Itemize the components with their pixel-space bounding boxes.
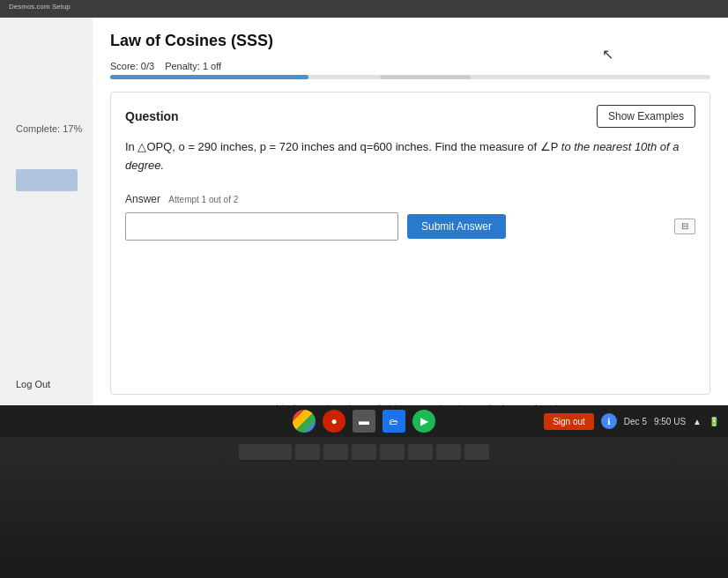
score-bar-container: Score: 0/3 Penalty: 1 off [110,61,710,79]
progress-bar-fill [110,75,308,79]
page-content: Complete: 17% Log Out Law of Cosines (SS… [0,18,728,421]
taskbar-app-icon-4[interactable]: ▶ [412,410,435,433]
sidebar: Complete: 17% Log Out [0,18,93,421]
keyboard-area [0,437,728,578]
show-examples-button[interactable]: Show Examples [597,105,695,128]
question-section: Question Show Examples In △OPQ, o = 290 … [110,92,710,395]
battery-icon: 🔋 [709,417,719,426]
taskbar-app-icon-3[interactable]: 🗁 [383,410,405,433]
calculator-icon[interactable]: ⊟ [674,219,695,234]
answer-section: Answer Attempt 1 out of 2 Submit Answer … [125,193,695,241]
key-gear-1 [408,444,433,462]
taskbar-app-icon-1[interactable]: ● [323,410,345,433]
progress-bar [110,75,710,79]
chrome-icon[interactable] [293,410,316,433]
question-label: Question [125,109,179,123]
keyboard-row-1 [0,437,728,462]
taskbar: ● ▬ 🗁 ▶ Sign out ℹ Dec 5 9:50 US ▲ 🔋 [0,405,728,437]
key-c [295,444,320,462]
screen-area: Desmos.com Setup Complete: 17% Log Out L… [0,0,728,421]
main-content: Law of Cosines (SSS) Score: 0/3 Penalty:… [93,18,728,421]
taskbar-app-icon-2[interactable]: ▬ [353,410,375,433]
sidebar-complete-label: Complete: 17% [16,123,82,134]
site-label: Desmos.com Setup [9,3,71,11]
attempt-label: Attempt 1 out of 2 [168,195,238,204]
key-gear-2 [436,444,461,462]
question-header: Question Show Examples [125,105,695,128]
answer-label: Answer Attempt 1 out of 2 [125,193,695,205]
taskbar-date: Dec 5 [624,417,647,426]
page-title: Law of Cosines (SSS) [110,32,710,50]
info-icon: ℹ [601,413,617,429]
wifi-icon: ▲ [693,417,702,426]
key-circle [380,444,405,462]
browser-bar: Desmos.com Setup [0,0,728,18]
progress-bar-penalty [380,75,470,79]
sidebar-highlight [16,169,78,191]
answer-row: Submit Answer ⊟ [125,212,695,241]
submit-answer-button[interactable]: Submit Answer [407,214,506,239]
question-text: In △OPQ, o = 290 inches, p = 720 inches … [125,138,695,175]
sidebar-logout-button[interactable]: Log Out [16,379,50,389]
taskbar-right: Sign out ℹ Dec 5 9:50 US ▲ 🔋 [544,413,719,430]
score-label: Score: 0/3 [110,61,154,71]
key-music [464,444,489,462]
sign-out-button[interactable]: Sign out [544,413,594,430]
answer-input[interactable] [125,212,398,241]
key-arrow-left [239,444,292,462]
taskbar-time: 9:50 US [654,417,686,426]
key-square-1 [323,444,348,462]
key-square-2 [352,444,376,462]
penalty-label: Penalty: 1 off [165,61,221,71]
score-info: Score: 0/3 Penalty: 1 off [110,61,710,71]
